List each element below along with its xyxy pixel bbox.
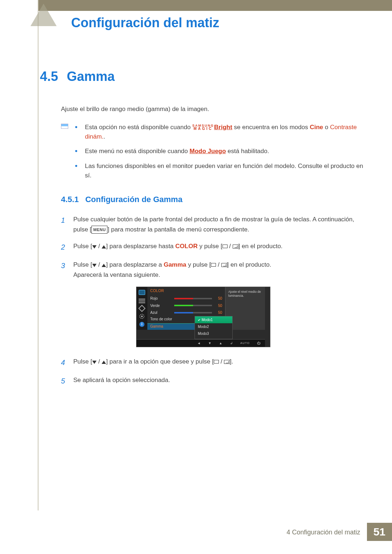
- note-item-1: Esta opción no está disponible cuando SA…: [85, 123, 367, 142]
- osd-label: Verde: [150, 304, 172, 308]
- note-item-2: Este menú no está disponible cuando Modo…: [85, 147, 367, 156]
- red-value: 50: [214, 296, 222, 300]
- menu-button-icon: MENU: [91, 226, 107, 234]
- osd-label: Rojo: [150, 296, 172, 300]
- blue-bar: [174, 312, 212, 313]
- up-arrow-icon: [102, 264, 106, 267]
- section-title: Gamma: [67, 69, 115, 84]
- step4-a: Pulse [: [73, 358, 92, 365]
- samsung-magic-logo: SAMSUNGMAGIC: [192, 124, 214, 130]
- gamma-mode1-selected: Modo1: [195, 316, 232, 323]
- osd-row-azul: Azul 50: [147, 309, 225, 316]
- info-tab-icon: i: [139, 322, 144, 327]
- color-word: COLOR: [175, 243, 197, 250]
- modo-juego: Modo Juego: [189, 148, 226, 155]
- list-tab-icon: [139, 298, 145, 303]
- osd-row-verde: Verde 50: [147, 302, 225, 309]
- enter-icon: [224, 360, 230, 364]
- source-icon: [214, 360, 219, 364]
- step4-c: ].: [230, 358, 233, 365]
- step3-e: Aparecerá la ventana siguiente.: [73, 271, 160, 278]
- step5-text: Se aplicará la opción seleccionada.: [73, 375, 367, 387]
- note-item-3: Las funciones disponibles en el monitor …: [85, 161, 367, 181]
- power-icon: ⏻: [256, 341, 261, 345]
- step-number: 2: [61, 241, 71, 253]
- source-icon: [222, 245, 228, 248]
- size-tab-icon: [138, 305, 146, 312]
- step1-b: ] para mostrar la pantalla de menú corre…: [107, 226, 249, 233]
- up-arrow-icon: [102, 245, 106, 249]
- bullet-icon: ●: [75, 147, 80, 156]
- step-5: 5 Se aplicará la opción seleccionada.: [61, 375, 367, 387]
- step3-b: ] para desplazarse a: [106, 261, 164, 268]
- gamma-mode3: Modo3: [195, 330, 232, 337]
- bullet-icon: ●: [75, 123, 80, 142]
- green-bar: [174, 305, 212, 306]
- down-arrow-icon: [92, 361, 97, 364]
- up-arrow-icon: [102, 361, 106, 364]
- subsection-heading: 4.5.1 Configuración de Gamma: [61, 195, 367, 204]
- blue-value: 50: [214, 311, 222, 315]
- left-arrow-icon: ◄: [197, 341, 201, 345]
- section-heading: 4.5 Gamma: [40, 69, 367, 84]
- osd-footer: ◄ ▼ ▲ ↲ AUTO ⏻: [136, 339, 265, 347]
- subsection-number: 4.5.1: [61, 195, 79, 204]
- section-number: 4.5: [40, 69, 58, 84]
- footer-page-number: 51: [367, 523, 392, 541]
- down-arrow-icon: ▼: [208, 341, 212, 345]
- step-1: 1 Pulse cualquier botón de la parte fron…: [61, 214, 367, 235]
- note1-d: .: [103, 133, 105, 140]
- osd-screenshot: i COLOR Ajuste el nivel medio de luminan…: [136, 287, 270, 347]
- cine-mode: Cine: [310, 124, 323, 131]
- step2-a: Pulse [: [73, 243, 92, 250]
- note2-b: está habilitado.: [226, 148, 269, 155]
- step2-d: ] en el producto.: [238, 243, 283, 250]
- osd-row-rojo: Rojo 50: [147, 295, 225, 302]
- content-area: 4.5 Gamma Ajuste el brillo de rango medi…: [40, 69, 367, 394]
- gamma-word: Gamma: [164, 261, 186, 268]
- down-arrow-icon: [92, 264, 97, 267]
- step4-b: ] para ir a la opción que desee y pulse …: [106, 358, 214, 365]
- enter-icon: [233, 245, 238, 249]
- footer-chapter-label: 4 Configuración del matiz: [287, 523, 367, 541]
- step-4: 4 Pulse [ / ] para ir a la opción que de…: [61, 357, 367, 369]
- source-icon: [211, 263, 216, 267]
- chapter-mark: [30, 0, 57, 26]
- step-number: 4: [61, 357, 71, 369]
- step3-c: y pulse [: [186, 261, 211, 268]
- osd-sidebar: i: [136, 287, 147, 330]
- osd-panel: i COLOR Ajuste el nivel medio de luminan…: [136, 287, 270, 347]
- note2-a: Este menú no está disponible cuando: [85, 148, 189, 155]
- gamma-dropdown: Modo1 Modo2 Modo3: [195, 316, 233, 339]
- step-number: 1: [61, 214, 71, 235]
- header-band: [38, 0, 392, 11]
- note1-a: Esta opción no está disponible cuando: [85, 124, 192, 131]
- down-arrow-icon: [92, 245, 97, 249]
- enter-icon: ↲: [229, 341, 234, 345]
- osd-header: COLOR: [147, 287, 225, 295]
- steps-list-cont: 4 Pulse [ / ] para ir a la opción que de…: [61, 357, 367, 387]
- bullet-icon: ●: [75, 161, 80, 181]
- page-footer: 4 Configuración del matiz 51: [287, 523, 392, 541]
- step3-a: Pulse [: [73, 261, 92, 268]
- note-block: ● Esta opción no está disponible cuando …: [61, 123, 367, 181]
- steps-list: 1 Pulse cualquier botón de la parte fron…: [61, 214, 367, 280]
- step2-b: ] para desplazarse hasta: [106, 243, 175, 250]
- red-bar: [174, 298, 212, 299]
- step-number: 3: [61, 260, 71, 280]
- up-arrow-icon: ▲: [219, 341, 223, 345]
- osd-label: Azul: [150, 311, 172, 315]
- left-margin-rule: [38, 0, 38, 510]
- auto-label: AUTO: [240, 341, 250, 345]
- picture-tab-icon: [139, 290, 145, 295]
- note1-c: o: [323, 124, 330, 131]
- step3-d: ] en el producto.: [227, 261, 271, 268]
- step-number: 5: [61, 375, 71, 387]
- gamma-mode2: Modo2: [195, 323, 232, 330]
- intro-paragraph: Ajuste el brillo de rango medio (gamma) …: [61, 104, 367, 114]
- step-3: 3 Pulse [ / ] para desplazarse a Gamma y…: [61, 260, 367, 280]
- enter-icon: [221, 263, 227, 267]
- step2-c: y pulse [: [197, 243, 222, 250]
- note-icon: [61, 124, 68, 129]
- green-value: 50: [214, 304, 222, 308]
